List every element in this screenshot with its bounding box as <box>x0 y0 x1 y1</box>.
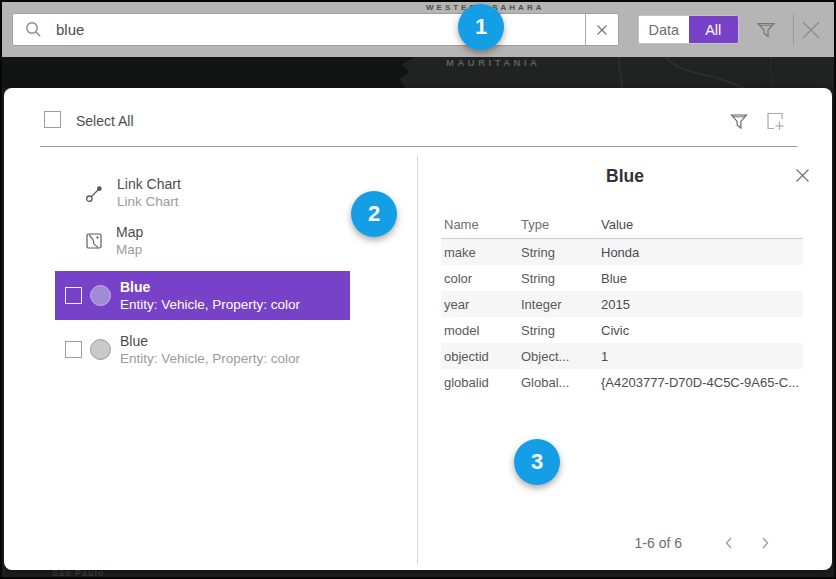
result-blue[interactable]: Blue Entity: Vehicle, Property: color <box>55 325 350 374</box>
select-all-checkbox[interactable] <box>44 111 61 128</box>
result-title: Blue <box>120 333 300 350</box>
cell-value: 2015 <box>601 297 803 312</box>
cell-type: Global... <box>521 375 601 390</box>
screenshot-root: WESTERN SAHARA Data All <box>0 0 836 579</box>
result-title: Link Chart <box>117 176 181 193</box>
map-label-mauritania: MAURITANIA <box>446 57 540 68</box>
cell-value: 1 <box>601 349 803 364</box>
panel-header: Select All <box>4 110 832 132</box>
table-row: objectid Object... 1 <box>441 343 803 369</box>
cell-value: {A4203777-D70D-4C5C-9A65-C... <box>601 375 803 390</box>
next-page-button[interactable] <box>747 536 784 550</box>
chevron-left-icon <box>724 536 733 550</box>
add-selection-icon <box>764 110 786 132</box>
result-checkbox[interactable] <box>65 287 82 304</box>
table-row: year Integer 2015 <box>441 291 803 317</box>
cell-type: String <box>521 323 601 338</box>
detail-pane: Blue Name Type Value make String Honda <box>418 147 832 570</box>
result-title: Blue <box>120 279 300 296</box>
cell-type: String <box>521 271 601 286</box>
cell-name: model <box>441 323 521 338</box>
cell-value: Blue <box>601 271 803 286</box>
scope-toggle: Data All <box>638 15 739 44</box>
add-selection-button[interactable] <box>764 110 786 132</box>
cell-name: color <box>441 271 521 286</box>
cell-name: year <box>441 297 521 312</box>
filter-icon <box>728 110 750 132</box>
toolbar-divider <box>793 13 794 46</box>
panel-filter-button[interactable] <box>728 110 750 132</box>
table-row: globalid Global... {A4203777-D70D-4C5C-9… <box>441 369 803 395</box>
header-type: Type <box>521 217 601 232</box>
result-subtitle: Entity: Vehicle, Property: color <box>120 350 300 367</box>
header-value: Value <box>601 217 803 232</box>
scope-data-button[interactable]: Data <box>639 16 689 43</box>
detail-title: Blue <box>418 166 832 187</box>
clear-icon <box>595 23 609 37</box>
result-subtitle: Link Chart <box>117 193 181 210</box>
close-icon <box>794 167 811 184</box>
result-map[interactable]: Map Map <box>85 224 143 258</box>
map-border-lines <box>2 57 834 88</box>
filter-icon <box>754 17 778 41</box>
close-detail-button[interactable] <box>794 167 811 184</box>
entity-icon <box>90 339 111 360</box>
cell-type: Integer <box>521 297 601 312</box>
select-all-label: Select All <box>76 113 134 129</box>
result-title: Map <box>116 224 143 241</box>
callout-badge-2: 2 <box>351 191 397 237</box>
clear-search-button[interactable] <box>585 14 618 45</box>
result-link-chart[interactable]: Link Chart Link Chart <box>85 176 181 210</box>
chevron-right-icon <box>761 536 770 550</box>
callout-badge-1: 1 <box>458 4 504 50</box>
callout-badge-3: 3 <box>514 439 560 485</box>
header-name: Name <box>441 217 521 232</box>
close-search-button[interactable] <box>796 15 826 45</box>
attribute-table: Name Type Value make String Honda color … <box>441 211 803 395</box>
cell-type: String <box>521 245 601 260</box>
cell-name: globalid <box>441 375 521 390</box>
filter-button[interactable] <box>754 17 778 41</box>
pagination: 1-6 of 6 <box>635 535 784 551</box>
search-icon <box>25 21 42 38</box>
result-blue-selected[interactable]: Blue Entity: Vehicle, Property: color <box>55 271 350 320</box>
link-chart-icon <box>85 184 104 203</box>
scope-all-button[interactable]: All <box>689 16 739 43</box>
cell-value: Honda <box>601 245 803 260</box>
result-subtitle: Entity: Vehicle, Property: color <box>120 296 300 313</box>
pagination-label: 1-6 of 6 <box>635 535 682 551</box>
results-panel: Select All <box>4 88 832 570</box>
close-icon <box>796 15 826 45</box>
search-input[interactable] <box>56 21 585 38</box>
cell-type: Object... <box>521 349 601 364</box>
entity-icon <box>90 285 111 306</box>
table-row: color String Blue <box>441 265 803 291</box>
cell-name: objectid <box>441 349 521 364</box>
attribute-table-header: Name Type Value <box>441 211 803 239</box>
previous-page-button[interactable] <box>710 536 747 550</box>
cell-value: Civic <box>601 323 803 338</box>
result-checkbox[interactable] <box>65 341 82 358</box>
search-bar <box>12 13 619 46</box>
cell-name: make <box>441 245 521 260</box>
search-toolbar: WESTERN SAHARA Data All <box>2 2 834 57</box>
table-row: make String Honda <box>441 239 803 265</box>
table-row: model String Civic <box>441 317 803 343</box>
map-icon <box>85 232 103 250</box>
result-subtitle: Map <box>116 241 143 258</box>
map-background <box>2 57 834 88</box>
